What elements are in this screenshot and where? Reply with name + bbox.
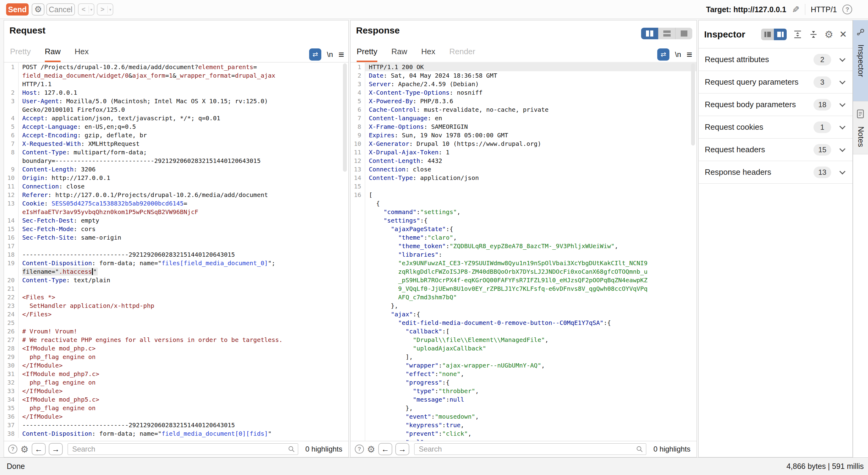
code-line: "event":"mousedown", bbox=[350, 412, 696, 421]
code-line: "ajax":{ bbox=[350, 310, 696, 318]
side-tab-notes[interactable]: Notes bbox=[853, 101, 868, 154]
code-line: 2Host: 127.0.0.1 bbox=[4, 88, 348, 97]
code-line: "eJx9UNFuwzAI_CE3-YZ9SUUIWdmw8Qyu1n19nSp… bbox=[350, 259, 696, 267]
code-line: "uploadAjaxCallback" bbox=[350, 344, 696, 353]
tab-pretty: Pretty bbox=[10, 47, 31, 62]
layout-rows-button[interactable] bbox=[658, 28, 675, 39]
code-line: 8Content-Type: multipart/form-data; bbox=[4, 148, 348, 157]
layout-toggle bbox=[641, 28, 692, 39]
section-count-badge: 3 bbox=[813, 76, 831, 88]
prev-request-button[interactable]: < ▾ bbox=[78, 3, 94, 15]
layout-single-button[interactable] bbox=[675, 28, 692, 39]
request-search-input[interactable] bbox=[68, 443, 298, 455]
search-prev-button[interactable]: ← bbox=[32, 443, 46, 455]
code-line: 6Accept-Encoding: gzip, deflate, br bbox=[4, 131, 348, 139]
inspector-title: Inspector bbox=[704, 29, 745, 40]
editor-menu-icon[interactable]: ≡ bbox=[338, 49, 344, 60]
inspector-dock-right-button[interactable] bbox=[774, 29, 787, 40]
response-editor[interactable]: 1HTTP/1.1 200 OK2Date: Sat, 04 May 2024 … bbox=[350, 63, 696, 441]
code-line: "ajaxPageState":{ bbox=[350, 225, 696, 233]
side-tab-inspector[interactable]: Inspector bbox=[853, 20, 868, 101]
inspector-dock-left-button[interactable] bbox=[761, 29, 774, 40]
code-line: 22<Files *> bbox=[4, 293, 348, 302]
tab-pretty[interactable]: Pretty bbox=[356, 47, 377, 62]
inspector-section-request-headers[interactable]: Request headers15 bbox=[699, 138, 852, 161]
search-next-button[interactable]: → bbox=[395, 443, 409, 455]
next-request-button[interactable]: > ▾ bbox=[97, 3, 113, 15]
section-count-badge: 2 bbox=[813, 54, 831, 65]
show-newlines-icon[interactable]: \n bbox=[675, 50, 681, 59]
code-line: AFQ_c7md3shm7bQ" bbox=[350, 293, 696, 302]
code-line: 17 bbox=[4, 242, 348, 250]
expand-all-icon[interactable] bbox=[793, 30, 803, 39]
inspector-section-request-cookies[interactable]: Request cookies1 bbox=[699, 116, 852, 138]
response-search-bar: ? ⚙ ← → 0 highlights bbox=[350, 441, 696, 457]
inspector-header: Inspector ⚙ ✕ bbox=[699, 21, 852, 49]
cancel-button[interactable]: Cancel bbox=[46, 3, 75, 15]
send-settings-gear-icon[interactable]: ⚙ bbox=[32, 3, 44, 15]
code-line: { bbox=[350, 199, 696, 208]
word-wrap-icon[interactable]: ⇄ bbox=[309, 49, 321, 61]
inspector-layout-toggle bbox=[761, 29, 787, 40]
code-line: _pS9HLbR7ROcrPX4f-eqKGrOQ00FAFYFsR7IFZL9… bbox=[350, 276, 696, 284]
search-help-icon[interactable]: ? bbox=[8, 445, 18, 454]
chevron-down-icon bbox=[839, 78, 845, 84]
inspector-section-request-body-parameters[interactable]: Request body parameters18 bbox=[699, 93, 852, 116]
code-line: 38Content-Disposition: form-data; name="… bbox=[4, 429, 348, 438]
code-line: "effect":"none", bbox=[350, 370, 696, 378]
code-line: 7X-Requested-With: XMLHttpRequest bbox=[4, 139, 348, 148]
search-settings-gear-icon[interactable]: ⚙ bbox=[21, 444, 29, 454]
prev-dropdown-icon[interactable]: ▾ bbox=[89, 7, 94, 12]
tab-hex[interactable]: Hex bbox=[421, 47, 435, 62]
search-prev-button[interactable]: ← bbox=[378, 443, 392, 455]
request-highlights-count: 0 highlights bbox=[306, 445, 342, 453]
tab-raw[interactable]: Raw bbox=[45, 47, 61, 62]
text-cursor bbox=[92, 268, 93, 275]
code-line: 33</IfModule> bbox=[4, 387, 348, 395]
code-line: "progress":{ bbox=[350, 378, 696, 387]
code-line: "theme_token":"ZQDBULqR8_eypZ8eA78_8azcT… bbox=[350, 242, 696, 250]
code-line: 23 SetHandler application/x-httpd-php bbox=[4, 302, 348, 310]
target-bar: Target: http://127.0.0.1 ✎ HTTP/1 ? bbox=[706, 0, 852, 19]
code-line: 37-----------------------------292129206… bbox=[4, 421, 348, 429]
request-editor[interactable]: 1POST /Projects/drupal-10.2.6/media/add/… bbox=[4, 63, 348, 441]
tab-raw[interactable]: Raw bbox=[391, 47, 407, 62]
code-line: ], bbox=[350, 353, 696, 361]
code-line: 13Connection: close bbox=[350, 165, 696, 173]
code-line: zqRlkgDdlcFWZoISJP8-ZM40dBBQoOrbX7DYsLJ2… bbox=[350, 267, 696, 276]
code-line: 27# We reactivate PHP engines for all ve… bbox=[4, 336, 348, 344]
inspector-tab-icon bbox=[857, 28, 865, 36]
chevron-down-icon bbox=[839, 168, 845, 175]
side-tab-strip: Inspector Notes bbox=[853, 20, 868, 457]
code-line: 12Referer: http://127.0.0.1/Projects/dru… bbox=[4, 191, 348, 199]
show-newlines-icon[interactable]: \n bbox=[327, 50, 333, 59]
code-line: 11Connection: close bbox=[4, 182, 348, 191]
word-wrap-icon[interactable]: ⇄ bbox=[657, 49, 670, 61]
code-line: 13Cookie: SESS05d4275ca1538832b5ab92000b… bbox=[4, 199, 348, 208]
status-text: Done bbox=[7, 462, 25, 471]
inspector-close-icon[interactable]: ✕ bbox=[839, 29, 847, 40]
send-button[interactable]: Send bbox=[6, 3, 29, 15]
response-search-input[interactable] bbox=[414, 443, 646, 455]
top-toolbar: Send ⚙ Cancel < ▾ > ▾ Target: http://127… bbox=[0, 0, 868, 19]
inspector-section-request-query-parameters[interactable]: Request query parameters3 bbox=[699, 71, 852, 93]
response-scrollbar[interactable] bbox=[691, 63, 695, 146]
inspector-settings-gear-icon[interactable]: ⚙ bbox=[825, 29, 833, 40]
search-next-button[interactable]: → bbox=[49, 443, 63, 455]
layout-columns-button[interactable] bbox=[641, 28, 658, 39]
code-line: "command":"settings", bbox=[350, 208, 696, 216]
search-settings-gear-icon[interactable]: ⚙ bbox=[367, 444, 375, 454]
next-dropdown-icon[interactable]: ▾ bbox=[108, 7, 113, 12]
editor-menu-icon[interactable]: ≡ bbox=[686, 49, 692, 60]
code-line: 24</Files> bbox=[4, 310, 348, 318]
edit-target-pencil-icon[interactable]: ✎ bbox=[792, 4, 800, 15]
search-help-icon[interactable]: ? bbox=[355, 445, 364, 454]
inspector-section-response-headers[interactable]: Response headers13 bbox=[699, 161, 852, 184]
code-line: 21 bbox=[4, 284, 348, 293]
help-icon[interactable]: ? bbox=[842, 5, 852, 14]
request-scrollbar[interactable] bbox=[343, 63, 347, 172]
tab-hex[interactable]: Hex bbox=[74, 47, 89, 62]
collapse-all-icon[interactable] bbox=[809, 30, 818, 39]
inspector-section-request-attributes[interactable]: Request attributes2 bbox=[699, 49, 852, 71]
code-line: "keypress":true, bbox=[350, 421, 696, 429]
